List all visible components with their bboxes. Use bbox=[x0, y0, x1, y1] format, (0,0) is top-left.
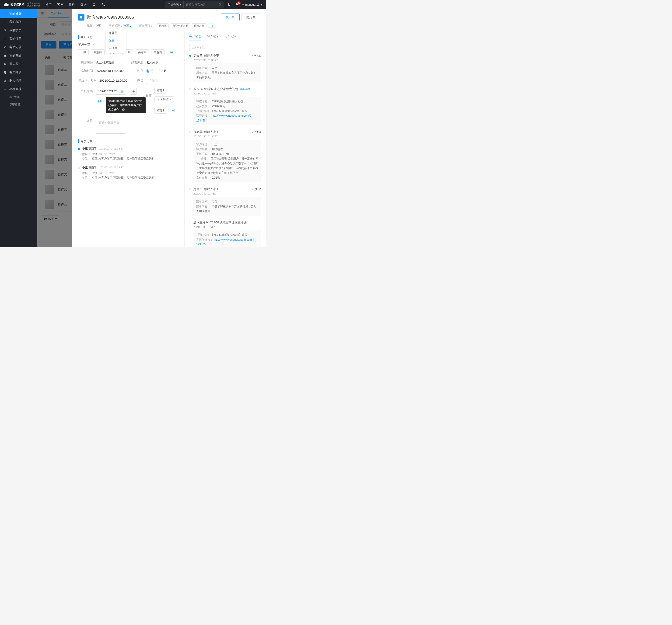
cloud-icon bbox=[4, 2, 9, 7]
phone-tag[interactable]: 手机 bbox=[96, 99, 104, 103]
add-phone-icon[interactable]: ⊕ bbox=[130, 88, 137, 95]
sidebar: ◷我的好友 ▭我的群聊 ▽我的学员 ⊞我的订单 ✆电话记录 ▣我的商品 ↻流失客… bbox=[0, 9, 37, 247]
sidebar-item-orders[interactable]: ⊞我的订单 bbox=[0, 34, 37, 43]
customer-tags: 一般 高意向 中意向 一般 高意向 中意向 +4 bbox=[78, 49, 179, 57]
status-badge: 已失败 bbox=[251, 130, 261, 134]
bell-icon[interactable]: 5 bbox=[235, 3, 239, 6]
customer-detail-panel: 微信名称6789990000966 代下单 交定金 昵称：小王 | 客户经理：张… bbox=[72, 9, 266, 247]
logo-subtitle: 教育机构一站式服务云平台 bbox=[26, 3, 40, 7]
personal-tag[interactable]: 标签1 bbox=[154, 88, 167, 94]
logo[interactable]: 云朵CRM 教育机构一站式服务云平台 bbox=[4, 2, 40, 7]
svg-point-0 bbox=[93, 3, 95, 4]
friend-value: 名片分享 bbox=[146, 60, 158, 65]
sidebar-item-groups[interactable]: ▭我的群聊 bbox=[0, 18, 37, 26]
radio-male[interactable]: 男 bbox=[146, 69, 153, 73]
topbar: 云朵CRM 教育机构一站式服务云平台 推广 客户 质检 数据 手机号码▾ 5 m… bbox=[0, 0, 266, 9]
timeline-card: 通过群聊【759-59班理财训练营】购买直播间链接：http://www.yun… bbox=[193, 230, 261, 247]
dropdown-option[interactable]: 俱保咏 bbox=[106, 44, 126, 52]
personal-tag[interactable]: 标签1 bbox=[154, 108, 167, 114]
inherit-icon: ⇅ bbox=[4, 71, 7, 74]
tag[interactable]: 中意向 bbox=[151, 49, 165, 55]
nav-user-icon[interactable] bbox=[92, 3, 96, 7]
clock-icon: ◷ bbox=[4, 12, 7, 15]
history-item: 小王 更新了 2021/01/30 01:38:27微信：空值-13672182… bbox=[78, 147, 179, 161]
filter-icon: ▽ bbox=[4, 29, 7, 32]
timeline-item: 定金单创建人小王已取消2020/01/30 01:38:27跟单方式：电话跟单内… bbox=[189, 187, 261, 220]
svg-point-1 bbox=[219, 3, 221, 5]
content-area: ☰ 个人活码✕ 我 项目请选择 运营期次请选择 导出 不加密导出 头像 微信名 … bbox=[37, 9, 266, 247]
edit-icon[interactable]: ✎ bbox=[92, 43, 95, 46]
phone-input[interactable]: 13241672152 ▤ bbox=[96, 88, 126, 95]
sidebar-sub-customer-tags[interactable]: 客户标签 bbox=[0, 93, 37, 101]
nav-data[interactable]: 数据 bbox=[80, 3, 87, 7]
contacts-icon[interactable]: ▤ bbox=[121, 90, 123, 93]
manager-dropdown-trigger[interactable]: 客户经理：张三 ▴ 师馨薇 张三✓ 俱保咏 bbox=[109, 24, 131, 28]
sidebar-item-delete[interactable]: ⊘删人记录 bbox=[0, 76, 37, 85]
detail-header: 微信名称6789990000966 代下单 交定金 昵称：小王 | 客户经理：张… bbox=[72, 9, 266, 31]
username: manager11 bbox=[245, 3, 260, 6]
gift-icon: ⊞ bbox=[4, 37, 7, 40]
sidebar-item-products[interactable]: ▣我的商品 bbox=[0, 51, 37, 60]
lost-icon: ↻ bbox=[4, 62, 7, 66]
top-nav: 推广 客户 质检 数据 bbox=[46, 3, 105, 7]
activity-filter-select[interactable]: 全部动态˅ bbox=[189, 44, 261, 51]
manager-dropdown: 师馨薇 张三✓ 俱保咏 bbox=[106, 28, 126, 53]
dropdown-option[interactable]: 张三✓ bbox=[106, 37, 126, 44]
deposit-button[interactable]: 交定金 bbox=[241, 14, 260, 21]
tag[interactable]: 高意向 bbox=[91, 49, 104, 55]
search-type-select[interactable]: 手机号码▾ bbox=[165, 1, 184, 8]
remark-textarea[interactable]: 请输入备注内容 bbox=[96, 119, 126, 134]
activity-timeline: 定金单创建人小王已完成2020/01/30 01:38:27跟单方式：电话跟单内… bbox=[185, 54, 266, 247]
nav-qc[interactable]: 质检 bbox=[69, 3, 75, 7]
nav-phone-icon[interactable] bbox=[101, 3, 105, 7]
dropdown-option[interactable]: 师馨薇 bbox=[106, 29, 126, 37]
timeline-item: 进入直播间759-59班第三期理财直播课2021/01/30 01:38:27通… bbox=[189, 220, 261, 247]
search-button[interactable] bbox=[216, 1, 224, 8]
status-dot bbox=[242, 4, 244, 5]
tag[interactable]: 高意向 bbox=[136, 49, 149, 55]
radio-female[interactable]: 女 bbox=[159, 68, 167, 73]
sidebar-item-calls[interactable]: ✆电话记录 bbox=[0, 43, 37, 51]
personal-tag-more[interactable]: +4 bbox=[169, 108, 177, 113]
sidebar-item-friends[interactable]: ◷我的好友 bbox=[0, 9, 37, 18]
sidebar-sub-group-tags[interactable]: 群聊标签 bbox=[0, 101, 37, 108]
group-chip[interactable]: 群聊一群大群 bbox=[171, 23, 190, 28]
detail-meta: 昵称：小王 | 客户经理：张三 ▴ 师馨薇 张三✓ 俱保咏 | 所在群聊： bbox=[87, 23, 260, 28]
chat-icon: ▭ bbox=[4, 20, 7, 24]
search-input[interactable] bbox=[184, 3, 216, 6]
wechat-input[interactable]: 请输入 bbox=[146, 77, 176, 84]
chevron-up-icon: ▴ bbox=[129, 24, 131, 27]
tag-icon: ✦ bbox=[4, 88, 7, 91]
group-chip[interactable]: 群聊三 bbox=[157, 23, 169, 28]
view-detail-link[interactable]: 查看详情 bbox=[239, 87, 250, 91]
check-icon: ✓ bbox=[121, 39, 123, 42]
chevron-down-icon: ▾ bbox=[261, 3, 262, 6]
nav-promotion[interactable]: 推广 bbox=[46, 3, 52, 7]
section-history: 修改记录 bbox=[78, 139, 179, 144]
sidebar-item-lost[interactable]: ↻流失客户 bbox=[0, 60, 37, 68]
status-badge: 已取消 bbox=[251, 188, 261, 191]
sidebar-item-tags[interactable]: ✦标签管理˄ bbox=[0, 85, 37, 93]
tag[interactable]: 一般 bbox=[78, 49, 89, 55]
mobile-icon[interactable] bbox=[227, 3, 231, 6]
sidebar-item-students[interactable]: ▽我的学员 bbox=[0, 26, 37, 34]
notification-badge: 5 bbox=[237, 1, 241, 5]
group-chip[interactable]: 群聊六群 bbox=[192, 23, 206, 28]
chevron-down-icon: ▾ bbox=[180, 3, 181, 6]
tab-activity[interactable]: 客户动态 bbox=[189, 34, 201, 41]
timeline-card: 客户经理：小王客户姓名：唔吃唔吃手机号码：19833528160备注：但无论是哪… bbox=[193, 140, 261, 182]
personal-tag[interactable]: 个人标签12 bbox=[154, 96, 174, 102]
group-more-chip[interactable]: +4 bbox=[208, 24, 215, 28]
timeline-item: 报名单创建人小王已失败2020/01/30 01:38:27客户经理：小王客户姓… bbox=[189, 130, 261, 187]
sidebar-item-inherit[interactable]: ⇅客户继承 bbox=[0, 68, 37, 76]
detail-title: 微信名称6789990000966 bbox=[87, 15, 218, 20]
order-button[interactable]: 代下单 bbox=[221, 14, 240, 21]
timeline-item: 购买4399理财课进阶课程大礼包查看详情2021/01/30 01:38:27课… bbox=[189, 87, 261, 130]
tab-chat[interactable]: 聊天记录 bbox=[207, 34, 219, 41]
user-menu[interactable]: manager11 ▾ bbox=[242, 3, 262, 6]
tab-orders[interactable]: 订单记录 bbox=[225, 34, 237, 41]
tag-more[interactable]: +4 bbox=[167, 50, 175, 55]
nav-customer[interactable]: 客户 bbox=[57, 3, 63, 7]
right-tabs: 客户动态 聊天记录 订单记录 bbox=[185, 31, 266, 41]
logo-text: 云朵CRM bbox=[10, 3, 24, 7]
